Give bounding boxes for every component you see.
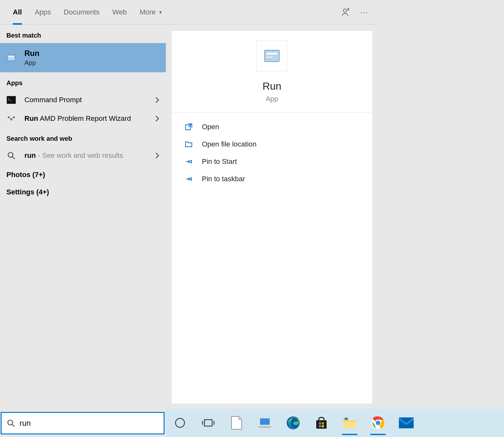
- svg-point-31: [376, 421, 380, 425]
- taskbar-laptop-icon[interactable]: [256, 415, 273, 431]
- result-label: Run AMD Problem Report Wizard: [24, 114, 147, 123]
- search-panel: All Apps Documents Web More▼ ··· Best ma…: [0, 0, 378, 411]
- search-input[interactable]: [20, 419, 158, 428]
- action-pin-start[interactable]: Pin to Start: [172, 153, 372, 170]
- pin-icon: [184, 175, 193, 183]
- svg-rect-24: [322, 422, 324, 424]
- svg-rect-26: [322, 425, 324, 427]
- section-best-match: Best match: [0, 25, 166, 43]
- svg-rect-32: [399, 417, 414, 428]
- svg-rect-28: [345, 418, 348, 420]
- chevron-right-icon: [155, 152, 159, 159]
- svg-point-5: [8, 116, 10, 118]
- svg-point-16: [176, 418, 184, 427]
- detail-app-icon: [256, 40, 287, 71]
- caret-down-icon: ▼: [158, 10, 163, 15]
- section-photos[interactable]: Photos (7+): [0, 165, 166, 182]
- detail-title: Run: [263, 80, 282, 92]
- svg-text:>_: >_: [8, 98, 12, 101]
- action-pin-taskbar[interactable]: Pin to taskbar: [172, 170, 372, 188]
- taskbar-taskview-icon[interactable]: [200, 415, 217, 431]
- action-label: Pin to taskbar: [202, 175, 245, 183]
- svg-rect-2: [8, 56, 14, 57]
- run-app-icon: [6, 53, 16, 63]
- tab-apps[interactable]: Apps: [28, 0, 57, 25]
- svg-rect-22: [316, 420, 327, 429]
- action-open[interactable]: Open: [172, 118, 372, 136]
- svg-rect-17: [204, 420, 212, 426]
- result-amd-wizard[interactable]: Run AMD Problem Report Wizard: [0, 109, 166, 128]
- chevron-right-icon: [155, 96, 159, 103]
- svg-rect-1: [7, 55, 15, 61]
- svg-rect-27: [343, 421, 356, 428]
- section-apps: Apps: [0, 72, 166, 91]
- detail-pane: Run App Open Open file location Pin to S…: [172, 31, 372, 404]
- tab-documents[interactable]: Documents: [57, 0, 106, 25]
- action-label: Open file location: [202, 140, 256, 148]
- search-box[interactable]: [1, 412, 165, 434]
- amd-icon: [6, 114, 16, 123]
- more-options-icon[interactable]: ···: [360, 8, 368, 17]
- folder-icon: [184, 140, 193, 148]
- taskbar-mail-icon[interactable]: [398, 415, 415, 431]
- result-label: Command Prompt: [24, 96, 147, 104]
- feedback-icon[interactable]: [341, 7, 351, 17]
- tab-more[interactable]: More▼: [133, 0, 169, 25]
- tab-all[interactable]: All: [6, 0, 28, 25]
- svg-point-14: [8, 420, 13, 425]
- svg-rect-25: [319, 425, 321, 427]
- svg-point-0: [343, 9, 346, 12]
- svg-point-8: [8, 152, 13, 157]
- section-search-web: Search work and web: [0, 128, 166, 146]
- taskbar-libreoffice-icon[interactable]: [228, 415, 245, 431]
- svg-point-6: [10, 118, 13, 120]
- taskbar-explorer-icon[interactable]: [341, 415, 358, 431]
- svg-rect-20: [260, 418, 270, 425]
- taskbar-cortana-icon[interactable]: [172, 415, 188, 431]
- svg-rect-23: [319, 422, 321, 424]
- action-label: Open: [202, 123, 219, 131]
- svg-point-7: [13, 116, 15, 118]
- action-label: Pin to Start: [202, 157, 237, 166]
- cmd-icon: >_: [6, 95, 16, 105]
- svg-rect-10: [265, 50, 279, 62]
- taskbar-edge-icon[interactable]: [285, 415, 302, 431]
- chevron-right-icon: [155, 115, 159, 122]
- best-match-subtitle: App: [24, 59, 40, 67]
- taskbar: [166, 409, 504, 437]
- open-icon: [184, 123, 193, 131]
- taskbar-chrome-icon[interactable]: [370, 415, 386, 431]
- action-open-location[interactable]: Open file location: [172, 136, 372, 153]
- filter-tabs: All Apps Documents Web More▼ ···: [0, 0, 378, 25]
- result-label: run - See work and web results: [24, 151, 147, 160]
- pin-icon: [184, 157, 193, 166]
- svg-rect-11: [266, 53, 277, 55]
- svg-line-15: [12, 424, 14, 427]
- tab-web[interactable]: Web: [106, 0, 133, 25]
- search-icon: [7, 419, 15, 427]
- best-match-title: Run: [24, 49, 40, 58]
- best-match-item[interactable]: Run App: [0, 43, 166, 72]
- svg-rect-12: [266, 57, 273, 58]
- detail-subtitle: App: [266, 95, 278, 103]
- result-web-search[interactable]: run - See work and web results: [0, 146, 166, 165]
- svg-line-9: [12, 156, 15, 159]
- results-column: Best match Run App Apps >_ Command Promp…: [0, 25, 166, 411]
- section-settings[interactable]: Settings (4+): [0, 182, 166, 200]
- taskbar-store-icon[interactable]: [313, 415, 330, 431]
- search-icon: [6, 151, 16, 160]
- result-command-prompt[interactable]: >_ Command Prompt: [0, 91, 166, 109]
